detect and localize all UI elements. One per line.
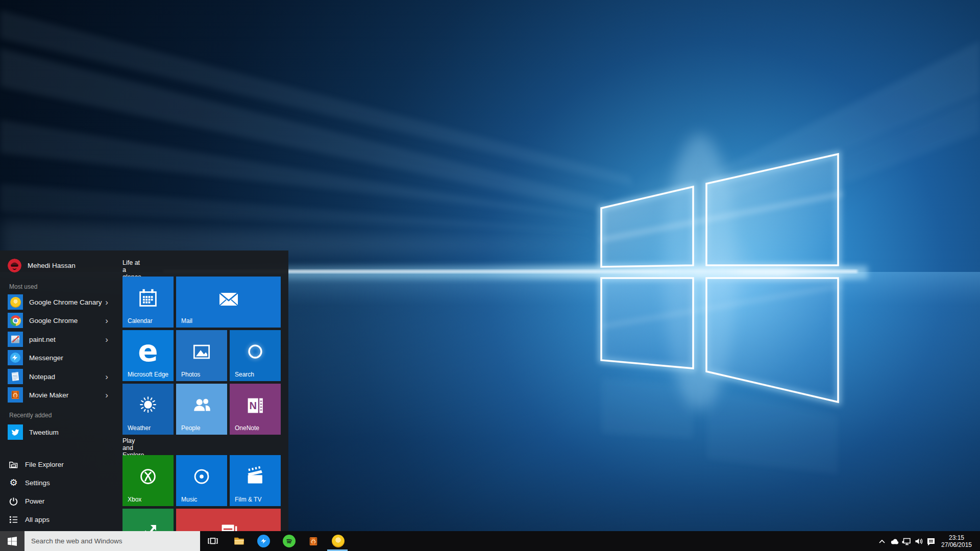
tile-calendar[interactable]: Calendar	[122, 277, 174, 328]
sun-icon	[122, 384, 174, 428]
clapperboard-icon	[230, 455, 281, 499]
movie-maker-icon	[8, 387, 23, 403]
chevron-right-icon[interactable]: ›	[105, 298, 108, 307]
menu-item-messenger[interactable]: Messenger	[0, 349, 118, 366]
mail-envelope-icon	[176, 277, 281, 320]
music-disc-icon	[176, 455, 227, 499]
tile-news[interactable]	[176, 509, 281, 531]
newspaper-icon	[176, 509, 281, 531]
chevron-up-icon	[877, 537, 887, 546]
power-icon	[9, 496, 18, 506]
action-center-icon	[926, 536, 936, 546]
section-label-recently-added: Recently added	[9, 412, 52, 419]
tile-search[interactable]: Search	[230, 330, 281, 381]
photos-icon	[176, 330, 227, 374]
people-icon	[176, 384, 227, 428]
taskbar: 23:15 27/06/2015	[0, 531, 980, 551]
search-input[interactable]	[24, 531, 200, 551]
tray-action-center[interactable]	[925, 531, 937, 551]
task-view-icon	[207, 536, 218, 546]
taskbar-clock[interactable]: 23:15 27/06/2015	[937, 531, 976, 551]
onedrive-cloud-icon	[889, 536, 899, 546]
start-menu-left-column: Mehedi Hassan Most used Google Chrome Ca…	[0, 251, 119, 531]
all-apps-icon	[9, 515, 18, 524]
taskbar-spotify-button[interactable]	[277, 531, 301, 551]
messenger-icon	[257, 535, 270, 547]
chrome-canary-icon	[332, 535, 345, 547]
onenote-icon: N	[230, 384, 281, 428]
messenger-icon	[8, 350, 23, 365]
menu-item-notepad[interactable]: Notepad ›	[0, 368, 118, 385]
menu-item-all-apps[interactable]: All apps	[0, 511, 118, 528]
start-menu: Mehedi Hassan Most used Google Chrome Ca…	[0, 251, 288, 531]
tweetium-bird-icon	[8, 424, 23, 440]
desktop: Mehedi Hassan Most used Google Chrome Ca…	[0, 0, 980, 551]
tile-film-tv[interactable]: Film & TV	[230, 455, 281, 506]
clock-date: 27/06/2015	[941, 541, 972, 548]
spotify-icon	[283, 535, 296, 547]
taskbar-movie-maker-button[interactable]	[302, 531, 325, 551]
windows-logo-icon	[8, 537, 17, 546]
menu-item-google-chrome[interactable]: Google Chrome ›	[0, 312, 118, 329]
taskbar-chrome-canary-button[interactable]	[326, 531, 350, 551]
user-name: Mehedi Hassan	[28, 262, 76, 269]
xbox-icon	[122, 455, 174, 499]
task-view-button[interactable]	[201, 531, 225, 551]
tray-network[interactable]	[900, 531, 913, 551]
chevron-right-icon[interactable]: ›	[105, 335, 108, 344]
taskbar-messenger-button[interactable]	[252, 531, 275, 551]
menu-item-paint-net[interactable]: paint.net ›	[0, 331, 118, 347]
tile-photos[interactable]: Photos	[176, 330, 227, 381]
menu-item-file-explorer[interactable]: File Explorer	[0, 456, 118, 472]
cortana-circle-icon	[230, 330, 281, 374]
network-icon	[901, 536, 912, 546]
tile-onenote[interactable]: N OneNote	[230, 384, 281, 435]
folder-icon	[233, 535, 246, 547]
tile-microsoft-edge[interactable]: e Microsoft Edge	[122, 330, 174, 381]
tile-xbox[interactable]: Xbox	[122, 455, 174, 506]
chrome-canary-icon	[8, 294, 23, 310]
svg-text:N: N	[249, 400, 257, 411]
edge-e-icon: e	[122, 330, 174, 374]
tray-volume[interactable]	[913, 531, 925, 551]
menu-item-settings[interactable]: ⚙ Settings	[0, 474, 118, 491]
section-label-most-used: Most used	[9, 283, 37, 290]
menu-item-tweetium[interactable]: Tweetium	[0, 424, 118, 440]
movie-maker-icon	[307, 535, 320, 547]
tray-show-hidden-icons[interactable]	[876, 531, 888, 551]
tile-music[interactable]: Music	[176, 455, 227, 506]
chevron-right-icon[interactable]: ›	[105, 372, 108, 381]
stock-arrow-icon	[122, 509, 174, 531]
taskbar-file-explorer-button[interactable]	[227, 531, 251, 551]
tray-onedrive[interactable]	[888, 531, 900, 551]
chevron-right-icon[interactable]: ›	[105, 316, 108, 325]
taskbar-search	[24, 531, 200, 551]
tile-people[interactable]: People	[176, 384, 227, 435]
volume-icon	[914, 536, 924, 546]
user-avatar	[8, 259, 21, 272]
calendar-icon	[122, 277, 174, 320]
chrome-icon	[8, 313, 23, 328]
user-account-button[interactable]: Mehedi Hassan	[0, 257, 118, 273]
clock-time: 23:15	[949, 534, 964, 541]
paint-net-icon	[8, 332, 23, 347]
chevron-right-icon[interactable]: ›	[105, 391, 108, 399]
menu-item-google-chrome-canary[interactable]: Google Chrome Canary ›	[0, 294, 118, 310]
menu-item-power[interactable]: Power	[0, 493, 118, 509]
tile-mail[interactable]: Mail	[176, 277, 281, 328]
tile-weather[interactable]: Weather	[122, 384, 174, 435]
start-button[interactable]	[0, 531, 24, 551]
folder-icon	[9, 460, 18, 469]
notepad-icon	[8, 369, 23, 384]
gear-icon: ⚙	[9, 478, 18, 488]
tile-money[interactable]	[122, 509, 174, 531]
menu-item-movie-maker[interactable]: Movie Maker ›	[0, 387, 118, 403]
